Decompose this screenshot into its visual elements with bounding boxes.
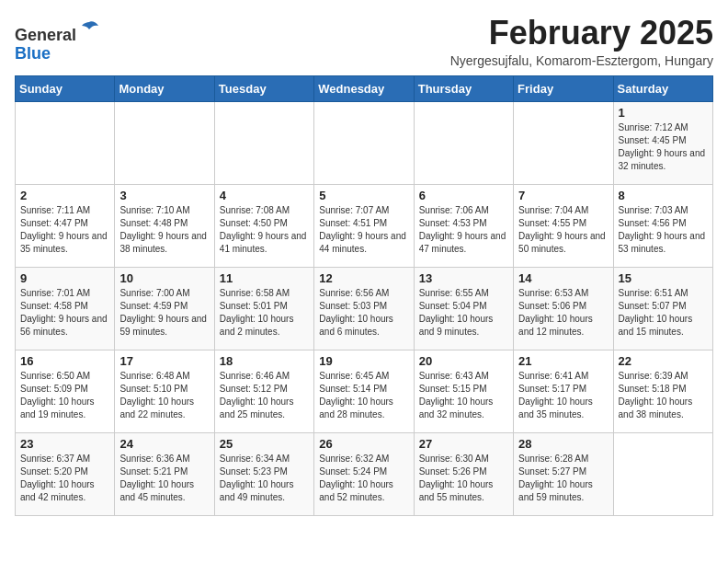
calendar-subtitle: Nyergesujfalu, Komarom-Esztergom, Hungar… <box>450 53 713 68</box>
day-info: Sunrise: 6:34 AM Sunset: 5:23 PM Dayligh… <box>220 453 309 504</box>
day-number: 24 <box>119 437 209 451</box>
calendar-cell: 12Sunrise: 6:56 AM Sunset: 5:03 PM Dayli… <box>314 267 414 350</box>
title-block: February 2025 Nyergesujfalu, Komarom-Esz… <box>450 15 713 68</box>
day-of-week-header: Monday <box>115 75 214 101</box>
calendar-header-row: SundayMondayTuesdayWednesdayThursdayFrid… <box>16 75 713 101</box>
day-number: 12 <box>319 271 408 285</box>
day-number: 13 <box>419 271 508 285</box>
calendar-cell: 21Sunrise: 6:41 AM Sunset: 5:17 PM Dayli… <box>514 350 613 432</box>
day-info: Sunrise: 6:45 AM Sunset: 5:14 PM Dayligh… <box>319 370 408 421</box>
day-number: 21 <box>518 354 608 368</box>
day-info: Sunrise: 6:53 AM Sunset: 5:06 PM Dayligh… <box>518 287 608 339</box>
calendar-cell: 24Sunrise: 6:36 AM Sunset: 5:21 PM Dayli… <box>115 432 214 515</box>
day-number: 4 <box>220 189 309 202</box>
day-info: Sunrise: 7:06 AM Sunset: 4:53 PM Dayligh… <box>419 204 508 256</box>
day-number: 3 <box>119 189 209 202</box>
calendar-cell: 20Sunrise: 6:43 AM Sunset: 5:15 PM Dayli… <box>414 350 513 432</box>
day-of-week-header: Sunday <box>16 75 115 101</box>
day-of-week-header: Thursday <box>414 75 513 101</box>
day-number: 8 <box>619 189 708 202</box>
day-info: Sunrise: 7:08 AM Sunset: 4:50 PM Dayligh… <box>220 204 309 256</box>
calendar-cell: 9Sunrise: 7:01 AM Sunset: 4:58 PM Daylig… <box>16 267 115 350</box>
calendar-cell: 25Sunrise: 6:34 AM Sunset: 5:23 PM Dayli… <box>214 432 313 515</box>
calendar-table: SundayMondayTuesdayWednesdayThursdayFrid… <box>15 75 713 516</box>
day-number: 9 <box>20 271 109 285</box>
calendar-cell <box>16 101 115 184</box>
calendar-cell: 16Sunrise: 6:50 AM Sunset: 5:09 PM Dayli… <box>16 350 115 432</box>
calendar-cell: 26Sunrise: 6:32 AM Sunset: 5:24 PM Dayli… <box>314 432 414 515</box>
logo-bird-icon <box>78 18 100 40</box>
day-number: 28 <box>518 437 608 451</box>
day-of-week-header: Friday <box>514 75 613 101</box>
calendar-cell <box>514 101 613 184</box>
calendar-cell <box>115 101 214 184</box>
day-info: Sunrise: 6:58 AM Sunset: 5:01 PM Dayligh… <box>220 287 309 339</box>
day-number: 7 <box>518 189 608 202</box>
day-info: Sunrise: 6:30 AM Sunset: 5:26 PM Dayligh… <box>419 453 508 504</box>
day-of-week-header: Tuesday <box>214 75 313 101</box>
calendar-cell: 28Sunrise: 6:28 AM Sunset: 5:27 PM Dayli… <box>514 432 613 515</box>
calendar-cell <box>214 101 313 184</box>
calendar-cell: 5Sunrise: 7:07 AM Sunset: 4:51 PM Daylig… <box>314 184 414 267</box>
day-number: 23 <box>20 437 109 451</box>
calendar-cell: 3Sunrise: 7:10 AM Sunset: 4:48 PM Daylig… <box>115 184 214 267</box>
day-info: Sunrise: 6:48 AM Sunset: 5:10 PM Dayligh… <box>119 370 209 421</box>
day-number: 16 <box>20 354 109 368</box>
calendar-cell <box>414 101 513 184</box>
calendar-title: February 2025 <box>450 15 713 52</box>
day-info: Sunrise: 7:04 AM Sunset: 4:55 PM Dayligh… <box>518 204 608 256</box>
day-number: 20 <box>419 354 508 368</box>
calendar-week-row: 23Sunrise: 6:37 AM Sunset: 5:20 PM Dayli… <box>16 432 713 515</box>
day-info: Sunrise: 6:28 AM Sunset: 5:27 PM Dayligh… <box>518 453 608 504</box>
day-info: Sunrise: 6:41 AM Sunset: 5:17 PM Dayligh… <box>518 370 608 421</box>
calendar-cell: 15Sunrise: 6:51 AM Sunset: 5:07 PM Dayli… <box>613 267 712 350</box>
day-number: 26 <box>319 437 408 451</box>
calendar-cell: 7Sunrise: 7:04 AM Sunset: 4:55 PM Daylig… <box>514 184 613 267</box>
logo: General Blue <box>15 18 100 63</box>
day-info: Sunrise: 7:07 AM Sunset: 4:51 PM Dayligh… <box>319 204 408 256</box>
day-info: Sunrise: 7:01 AM Sunset: 4:58 PM Dayligh… <box>20 287 109 339</box>
logo-general-text: General <box>15 26 76 44</box>
logo-blue-text: Blue <box>15 44 51 63</box>
day-number: 14 <box>518 271 608 285</box>
day-info: Sunrise: 7:03 AM Sunset: 4:56 PM Dayligh… <box>619 204 708 256</box>
day-number: 6 <box>419 189 508 202</box>
day-number: 22 <box>619 354 708 368</box>
calendar-cell: 13Sunrise: 6:55 AM Sunset: 5:04 PM Dayli… <box>414 267 513 350</box>
calendar-cell: 10Sunrise: 7:00 AM Sunset: 4:59 PM Dayli… <box>115 267 214 350</box>
calendar-cell: 23Sunrise: 6:37 AM Sunset: 5:20 PM Dayli… <box>16 432 115 515</box>
day-info: Sunrise: 7:12 AM Sunset: 4:45 PM Dayligh… <box>619 121 708 173</box>
day-number: 11 <box>220 271 309 285</box>
page-header: General Blue February 2025 Nyergesujfalu… <box>15 15 713 68</box>
calendar-cell <box>613 432 712 515</box>
day-info: Sunrise: 6:39 AM Sunset: 5:18 PM Dayligh… <box>619 370 708 421</box>
day-number: 1 <box>619 106 708 120</box>
day-info: Sunrise: 6:36 AM Sunset: 5:21 PM Dayligh… <box>119 453 209 504</box>
calendar-week-row: 1Sunrise: 7:12 AM Sunset: 4:45 PM Daylig… <box>16 101 713 184</box>
calendar-cell: 19Sunrise: 6:45 AM Sunset: 5:14 PM Dayli… <box>314 350 414 432</box>
calendar-cell: 4Sunrise: 7:08 AM Sunset: 4:50 PM Daylig… <box>214 184 313 267</box>
calendar-cell: 27Sunrise: 6:30 AM Sunset: 5:26 PM Dayli… <box>414 432 513 515</box>
calendar-cell: 8Sunrise: 7:03 AM Sunset: 4:56 PM Daylig… <box>613 184 712 267</box>
day-info: Sunrise: 6:50 AM Sunset: 5:09 PM Dayligh… <box>20 370 109 421</box>
calendar-cell: 11Sunrise: 6:58 AM Sunset: 5:01 PM Dayli… <box>214 267 313 350</box>
day-number: 17 <box>119 354 209 368</box>
day-number: 15 <box>619 271 708 285</box>
calendar-cell: 2Sunrise: 7:11 AM Sunset: 4:47 PM Daylig… <box>16 184 115 267</box>
calendar-week-row: 9Sunrise: 7:01 AM Sunset: 4:58 PM Daylig… <box>16 267 713 350</box>
day-number: 25 <box>220 437 309 451</box>
day-number: 19 <box>319 354 408 368</box>
day-info: Sunrise: 7:00 AM Sunset: 4:59 PM Dayligh… <box>119 287 209 339</box>
calendar-cell: 1Sunrise: 7:12 AM Sunset: 4:45 PM Daylig… <box>613 101 712 184</box>
day-of-week-header: Wednesday <box>314 75 414 101</box>
calendar-cell: 22Sunrise: 6:39 AM Sunset: 5:18 PM Dayli… <box>613 350 712 432</box>
calendar-week-row: 16Sunrise: 6:50 AM Sunset: 5:09 PM Dayli… <box>16 350 713 432</box>
day-number: 2 <box>20 189 109 202</box>
calendar-cell: 18Sunrise: 6:46 AM Sunset: 5:12 PM Dayli… <box>214 350 313 432</box>
calendar-cell: 6Sunrise: 7:06 AM Sunset: 4:53 PM Daylig… <box>414 184 513 267</box>
day-info: Sunrise: 6:32 AM Sunset: 5:24 PM Dayligh… <box>319 453 408 504</box>
day-of-week-header: Saturday <box>613 75 712 101</box>
calendar-cell: 14Sunrise: 6:53 AM Sunset: 5:06 PM Dayli… <box>514 267 613 350</box>
calendar-cell <box>314 101 414 184</box>
day-info: Sunrise: 6:55 AM Sunset: 5:04 PM Dayligh… <box>419 287 508 339</box>
